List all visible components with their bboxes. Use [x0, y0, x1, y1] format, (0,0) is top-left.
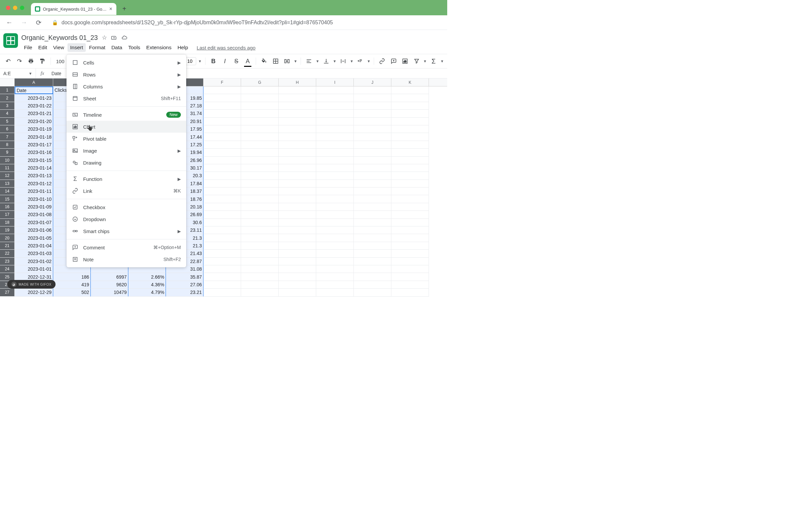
cell[interactable]: [354, 125, 391, 133]
cell[interactable]: [391, 242, 429, 250]
cell[interactable]: [316, 94, 354, 102]
cell[interactable]: [316, 273, 354, 281]
print-button[interactable]: [26, 56, 36, 66]
column-header-F[interactable]: F: [204, 78, 241, 86]
cell[interactable]: [279, 195, 316, 203]
row-header[interactable]: 22: [0, 250, 15, 258]
cell[interactable]: 10479: [91, 289, 128, 296]
insert-menu-image[interactable]: Image▶: [66, 145, 186, 157]
cell[interactable]: [241, 180, 279, 188]
cell[interactable]: [241, 250, 279, 258]
cell[interactable]: 502: [53, 289, 91, 296]
column-header-I[interactable]: I: [316, 78, 354, 86]
cell[interactable]: [204, 118, 241, 125]
cell[interactable]: [316, 87, 354, 94]
row-header[interactable]: 18: [0, 219, 15, 226]
cell[interactable]: [354, 211, 391, 218]
cell[interactable]: [391, 141, 429, 149]
menu-view[interactable]: View: [51, 43, 67, 52]
cell[interactable]: [391, 87, 429, 94]
column-header-G[interactable]: G: [241, 78, 279, 86]
menu-format[interactable]: Format: [87, 43, 108, 52]
cell[interactable]: 2023-01-21: [15, 110, 53, 117]
cell[interactable]: [241, 289, 279, 296]
row-header[interactable]: 8: [0, 141, 15, 149]
cell[interactable]: [204, 110, 241, 117]
insert-menu-pivot-table[interactable]: Pivot table: [66, 133, 186, 145]
cell[interactable]: [241, 195, 279, 203]
cell[interactable]: [316, 265, 354, 273]
cell[interactable]: [204, 125, 241, 133]
cell[interactable]: [354, 203, 391, 211]
cloud-status-icon[interactable]: [121, 35, 128, 41]
cell[interactable]: 2023-01-09: [15, 203, 53, 211]
cell[interactable]: [316, 125, 354, 133]
cell[interactable]: 2023-01-04: [15, 242, 53, 250]
cell[interactable]: [204, 157, 241, 164]
row-header[interactable]: 16: [0, 203, 15, 211]
chevron-down-icon[interactable]: ▼: [440, 59, 444, 63]
cell[interactable]: 27.06: [166, 281, 204, 289]
fill-color-button[interactable]: [259, 56, 269, 66]
cell[interactable]: [204, 94, 241, 102]
menu-file[interactable]: File: [21, 43, 35, 52]
cell[interactable]: [354, 226, 391, 234]
paint-format-button[interactable]: [38, 56, 47, 66]
cell[interactable]: [279, 188, 316, 195]
menu-edit[interactable]: Edit: [36, 43, 50, 52]
bold-button[interactable]: B: [209, 56, 218, 66]
cell[interactable]: [316, 118, 354, 125]
cell[interactable]: [279, 133, 316, 141]
row-header[interactable]: 14: [0, 188, 15, 195]
cell[interactable]: [204, 250, 241, 258]
insert-menu-smart-chips[interactable]: Smart chips▶: [66, 225, 186, 237]
cell[interactable]: [354, 188, 391, 195]
insert-menu-note[interactable]: NoteShift+F2: [66, 253, 186, 265]
column-header-H[interactable]: H: [279, 78, 316, 86]
insert-menu-function[interactable]: ΣFunction▶: [66, 173, 186, 185]
cell[interactable]: [279, 157, 316, 164]
cell[interactable]: [391, 250, 429, 258]
cell[interactable]: [204, 219, 241, 226]
cell[interactable]: [354, 234, 391, 242]
italic-button[interactable]: I: [220, 56, 229, 66]
cell[interactable]: [391, 289, 429, 296]
cell[interactable]: [316, 110, 354, 117]
cell[interactable]: [279, 180, 316, 188]
row-header[interactable]: 27: [0, 289, 15, 296]
cell[interactable]: [241, 203, 279, 211]
cell[interactable]: 2.66%: [128, 273, 166, 281]
cell[interactable]: [241, 242, 279, 250]
cell[interactable]: 2023-01-12: [15, 180, 53, 188]
cell[interactable]: [316, 141, 354, 149]
cell[interactable]: 2023-01-23: [15, 94, 53, 102]
row-header[interactable]: 13: [0, 180, 15, 188]
cell[interactable]: [316, 203, 354, 211]
row-header[interactable]: 9: [0, 149, 15, 156]
tab-close-icon[interactable]: ×: [109, 6, 112, 12]
cell[interactable]: [241, 265, 279, 273]
cell[interactable]: [391, 157, 429, 164]
cell[interactable]: [354, 281, 391, 289]
row-header[interactable]: 2: [0, 94, 15, 102]
cell[interactable]: [391, 172, 429, 179]
cell[interactable]: [316, 149, 354, 156]
new-tab-button[interactable]: +: [120, 4, 129, 13]
cell[interactable]: [316, 226, 354, 234]
cell[interactable]: [204, 234, 241, 242]
cell[interactable]: [354, 180, 391, 188]
cell[interactable]: [354, 289, 391, 296]
cell[interactable]: [204, 289, 241, 296]
cell[interactable]: [316, 234, 354, 242]
cell[interactable]: 4.79%: [128, 289, 166, 296]
cell[interactable]: 4.36%: [128, 281, 166, 289]
cell[interactable]: 186: [53, 273, 91, 281]
cell[interactable]: [279, 281, 316, 289]
insert-menu-sheet[interactable]: SheetShift+F11: [66, 92, 186, 104]
text-rotation-button[interactable]: [356, 56, 365, 66]
cell[interactable]: [204, 87, 241, 94]
cell[interactable]: [354, 149, 391, 156]
cell[interactable]: [241, 110, 279, 117]
cell[interactable]: [241, 125, 279, 133]
cell[interactable]: [316, 258, 354, 265]
